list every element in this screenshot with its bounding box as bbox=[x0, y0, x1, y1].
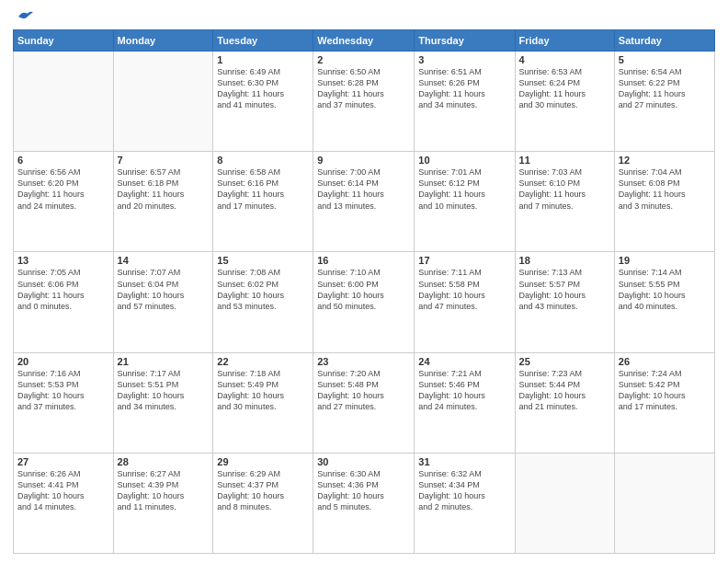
day-info: Sunrise: 6:26 AM Sunset: 4:41 PM Dayligh… bbox=[17, 468, 109, 513]
day-info: Sunrise: 6:32 AM Sunset: 4:34 PM Dayligh… bbox=[418, 468, 510, 513]
calendar-cell: 26Sunrise: 7:24 AM Sunset: 5:42 PM Dayli… bbox=[614, 352, 714, 453]
day-info: Sunrise: 7:18 AM Sunset: 5:49 PM Dayligh… bbox=[217, 368, 309, 413]
day-info: Sunrise: 6:58 AM Sunset: 6:16 PM Dayligh… bbox=[217, 167, 309, 212]
calendar-cell: 6Sunrise: 6:56 AM Sunset: 6:20 PM Daylig… bbox=[14, 152, 114, 252]
page: SundayMondayTuesdayWednesdayThursdayFrid… bbox=[0, 0, 728, 563]
day-info: Sunrise: 7:16 AM Sunset: 5:53 PM Dayligh… bbox=[17, 368, 109, 413]
day-number: 27 bbox=[17, 456, 109, 467]
calendar-cell: 11Sunrise: 7:03 AM Sunset: 6:10 PM Dayli… bbox=[515, 152, 614, 252]
day-number: 3 bbox=[418, 54, 510, 65]
day-info: Sunrise: 6:57 AM Sunset: 6:18 PM Dayligh… bbox=[118, 167, 210, 212]
calendar-header-monday: Monday bbox=[113, 30, 213, 52]
calendar-cell: 15Sunrise: 7:08 AM Sunset: 6:02 PM Dayli… bbox=[213, 252, 313, 352]
calendar-cell: 4Sunrise: 6:53 AM Sunset: 6:24 PM Daylig… bbox=[515, 52, 614, 152]
day-info: Sunrise: 6:29 AM Sunset: 4:37 PM Dayligh… bbox=[217, 468, 309, 513]
day-number: 6 bbox=[17, 155, 109, 166]
logo-bird-icon bbox=[17, 9, 35, 24]
day-info: Sunrise: 7:14 AM Sunset: 5:55 PM Dayligh… bbox=[619, 267, 711, 312]
day-number: 17 bbox=[418, 255, 510, 266]
calendar-cell bbox=[14, 52, 114, 152]
calendar-header-friday: Friday bbox=[515, 30, 614, 52]
day-info: Sunrise: 6:53 AM Sunset: 6:24 PM Dayligh… bbox=[519, 66, 610, 111]
calendar-cell: 16Sunrise: 7:10 AM Sunset: 6:00 PM Dayli… bbox=[313, 252, 415, 352]
calendar-cell: 21Sunrise: 7:17 AM Sunset: 5:51 PM Dayli… bbox=[113, 352, 213, 453]
calendar-cell: 12Sunrise: 7:04 AM Sunset: 6:08 PM Dayli… bbox=[614, 152, 714, 252]
calendar-header-wednesday: Wednesday bbox=[313, 30, 415, 52]
day-number: 29 bbox=[217, 456, 309, 467]
day-info: Sunrise: 7:03 AM Sunset: 6:10 PM Dayligh… bbox=[519, 167, 610, 212]
day-info: Sunrise: 6:51 AM Sunset: 6:26 PM Dayligh… bbox=[418, 66, 510, 111]
day-number: 18 bbox=[519, 255, 610, 266]
calendar-cell bbox=[113, 52, 213, 152]
day-info: Sunrise: 6:54 AM Sunset: 6:22 PM Dayligh… bbox=[619, 66, 711, 111]
day-info: Sunrise: 6:27 AM Sunset: 4:39 PM Dayligh… bbox=[118, 468, 210, 513]
calendar-cell: 20Sunrise: 7:16 AM Sunset: 5:53 PM Dayli… bbox=[14, 352, 114, 453]
day-info: Sunrise: 7:17 AM Sunset: 5:51 PM Dayligh… bbox=[118, 368, 210, 413]
day-info: Sunrise: 6:50 AM Sunset: 6:28 PM Dayligh… bbox=[317, 66, 410, 111]
calendar-cell: 14Sunrise: 7:07 AM Sunset: 6:04 PM Dayli… bbox=[113, 252, 213, 352]
calendar-cell: 29Sunrise: 6:29 AM Sunset: 4:37 PM Dayli… bbox=[213, 453, 313, 553]
day-info: Sunrise: 6:30 AM Sunset: 4:36 PM Dayligh… bbox=[317, 468, 410, 513]
calendar-header-sunday: Sunday bbox=[14, 30, 114, 52]
day-number: 30 bbox=[317, 456, 410, 467]
calendar-cell: 28Sunrise: 6:27 AM Sunset: 4:39 PM Dayli… bbox=[113, 453, 213, 553]
calendar-cell: 25Sunrise: 7:23 AM Sunset: 5:44 PM Dayli… bbox=[515, 352, 614, 453]
calendar-cell: 13Sunrise: 7:05 AM Sunset: 6:06 PM Dayli… bbox=[14, 252, 114, 352]
day-number: 10 bbox=[418, 155, 510, 166]
day-number: 13 bbox=[17, 255, 109, 266]
day-number: 7 bbox=[118, 155, 210, 166]
day-info: Sunrise: 7:04 AM Sunset: 6:08 PM Dayligh… bbox=[619, 167, 711, 212]
day-number: 12 bbox=[619, 155, 711, 166]
calendar-cell: 10Sunrise: 7:01 AM Sunset: 6:12 PM Dayli… bbox=[415, 152, 515, 252]
calendar-cell: 18Sunrise: 7:13 AM Sunset: 5:57 PM Dayli… bbox=[515, 252, 614, 352]
calendar-cell: 19Sunrise: 7:14 AM Sunset: 5:55 PM Dayli… bbox=[614, 252, 714, 352]
day-number: 28 bbox=[118, 456, 210, 467]
day-number: 31 bbox=[418, 456, 510, 467]
logo bbox=[13, 9, 37, 24]
calendar-week-row: 6Sunrise: 6:56 AM Sunset: 6:20 PM Daylig… bbox=[14, 152, 715, 252]
day-number: 11 bbox=[519, 155, 610, 166]
day-info: Sunrise: 7:08 AM Sunset: 6:02 PM Dayligh… bbox=[217, 267, 309, 312]
calendar-header-saturday: Saturday bbox=[614, 30, 714, 52]
day-number: 23 bbox=[317, 356, 410, 367]
day-number: 19 bbox=[619, 255, 711, 266]
calendar-cell: 5Sunrise: 6:54 AM Sunset: 6:22 PM Daylig… bbox=[614, 52, 714, 152]
calendar-cell: 9Sunrise: 7:00 AM Sunset: 6:14 PM Daylig… bbox=[313, 152, 415, 252]
calendar-cell: 8Sunrise: 6:58 AM Sunset: 6:16 PM Daylig… bbox=[213, 152, 313, 252]
day-number: 1 bbox=[217, 54, 309, 65]
day-info: Sunrise: 7:23 AM Sunset: 5:44 PM Dayligh… bbox=[519, 368, 610, 413]
calendar-cell: 17Sunrise: 7:11 AM Sunset: 5:58 PM Dayli… bbox=[415, 252, 515, 352]
day-info: Sunrise: 7:07 AM Sunset: 6:04 PM Dayligh… bbox=[118, 267, 210, 312]
calendar-header-thursday: Thursday bbox=[415, 30, 515, 52]
calendar-cell: 7Sunrise: 6:57 AM Sunset: 6:18 PM Daylig… bbox=[113, 152, 213, 252]
day-number: 24 bbox=[418, 356, 510, 367]
calendar-cell bbox=[614, 453, 714, 553]
calendar-cell bbox=[515, 453, 614, 553]
calendar-header-row: SundayMondayTuesdayWednesdayThursdayFrid… bbox=[14, 30, 715, 52]
day-number: 5 bbox=[619, 54, 711, 65]
calendar-week-row: 27Sunrise: 6:26 AM Sunset: 4:41 PM Dayli… bbox=[14, 453, 715, 553]
day-number: 9 bbox=[317, 155, 410, 166]
day-number: 22 bbox=[217, 356, 309, 367]
day-number: 4 bbox=[519, 54, 610, 65]
day-info: Sunrise: 7:20 AM Sunset: 5:48 PM Dayligh… bbox=[317, 368, 410, 413]
day-info: Sunrise: 7:11 AM Sunset: 5:58 PM Dayligh… bbox=[418, 267, 510, 312]
day-number: 26 bbox=[619, 356, 711, 367]
day-info: Sunrise: 7:01 AM Sunset: 6:12 PM Dayligh… bbox=[418, 167, 510, 212]
day-info: Sunrise: 7:24 AM Sunset: 5:42 PM Dayligh… bbox=[619, 368, 711, 413]
day-info: Sunrise: 7:13 AM Sunset: 5:57 PM Dayligh… bbox=[519, 267, 610, 312]
day-number: 8 bbox=[217, 155, 309, 166]
calendar-header-tuesday: Tuesday bbox=[213, 30, 313, 52]
day-number: 2 bbox=[317, 54, 410, 65]
day-info: Sunrise: 6:56 AM Sunset: 6:20 PM Dayligh… bbox=[17, 167, 109, 212]
calendar-week-row: 1Sunrise: 6:49 AM Sunset: 6:30 PM Daylig… bbox=[14, 52, 715, 152]
calendar-cell: 22Sunrise: 7:18 AM Sunset: 5:49 PM Dayli… bbox=[213, 352, 313, 453]
calendar-cell: 27Sunrise: 6:26 AM Sunset: 4:41 PM Dayli… bbox=[14, 453, 114, 553]
calendar-cell: 1Sunrise: 6:49 AM Sunset: 6:30 PM Daylig… bbox=[213, 52, 313, 152]
calendar-cell: 2Sunrise: 6:50 AM Sunset: 6:28 PM Daylig… bbox=[313, 52, 415, 152]
day-info: Sunrise: 7:21 AM Sunset: 5:46 PM Dayligh… bbox=[418, 368, 510, 413]
day-info: Sunrise: 7:00 AM Sunset: 6:14 PM Dayligh… bbox=[317, 167, 410, 212]
calendar-cell: 24Sunrise: 7:21 AM Sunset: 5:46 PM Dayli… bbox=[415, 352, 515, 453]
day-info: Sunrise: 7:05 AM Sunset: 6:06 PM Dayligh… bbox=[17, 267, 109, 312]
calendar-week-row: 20Sunrise: 7:16 AM Sunset: 5:53 PM Dayli… bbox=[14, 352, 715, 453]
